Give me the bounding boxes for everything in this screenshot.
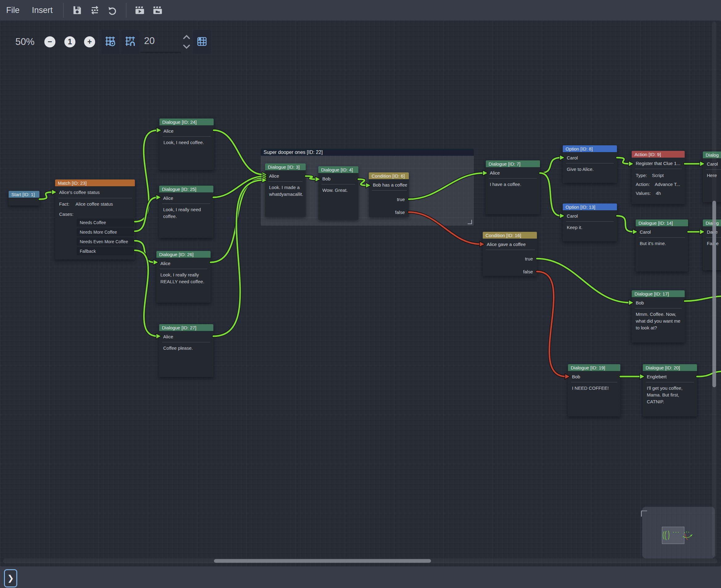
- field-value: Script: [652, 171, 664, 180]
- action-field-row: Values:4h: [632, 189, 685, 198]
- speaker-label: Carol: [639, 226, 685, 238]
- node-dialogue-7[interactable]: Dialogue [ID: 7]AliceI have a coffee.: [486, 161, 540, 214]
- dialogue-text: Give to Alice.: [563, 164, 617, 173]
- field-key: Type:: [636, 171, 647, 180]
- node-title: Dialogue [ID: 4]: [318, 166, 358, 173]
- node-dialogue-4[interactable]: Dialogue [ID: 4]BobWow. Great.: [318, 166, 358, 220]
- dialogue-text: I'll get you coffee, Mama. But first, CA…: [643, 382, 697, 405]
- match-case-1[interactable]: Needs Coffee: [77, 218, 134, 227]
- save-icon[interactable]: [70, 3, 84, 17]
- minimap-toggle-button[interactable]: [193, 30, 211, 54]
- node-action-9[interactable]: Action [ID: 9]Register that Clue 1...Typ…: [632, 151, 685, 204]
- edge-4: [135, 241, 154, 262]
- vertical-scrollbar[interactable]: [712, 22, 716, 557]
- node-title: Dialogue [ID: 26]: [156, 251, 211, 258]
- test-dialogue-icon[interactable]: [133, 3, 147, 17]
- false-output-label: false: [369, 208, 409, 217]
- match-case-4[interactable]: Fallback: [77, 247, 134, 255]
- edge-16: [617, 158, 630, 164]
- graph-toolbar: 50% − 1 + 20: [0, 20, 721, 54]
- zoom-reset-button[interactable]: 1: [64, 36, 76, 47]
- edge-20: [537, 258, 630, 302]
- spin-down-button[interactable]: [183, 44, 191, 50]
- expand-panel-button[interactable]: ❯: [4, 569, 17, 587]
- edge-24: [697, 371, 721, 377]
- edge-1: [39, 192, 53, 199]
- dialogue-text: Look, I really really REALLY need coffee…: [156, 269, 211, 285]
- node-dialogue-25[interactable]: Dialogue [ID: 25]AliceLook, I really nee…: [159, 186, 213, 238]
- action-field-row: Type:Script: [632, 171, 685, 180]
- dialogue-text: Mmm. Coffee. Now, what did you want me t…: [632, 309, 685, 331]
- node-dialogue-17[interactable]: Dialogue [ID: 17]BobMmm. Coffee. Now, wh…: [632, 290, 685, 343]
- node-title: Dialogue [ID: 20]: [643, 364, 697, 371]
- condition-label: Alice gave a coffee: [486, 238, 535, 250]
- node-title: Dialogue [ID: 24]: [160, 119, 214, 125]
- open-dialogue-folder-icon[interactable]: [151, 3, 165, 17]
- speaker-label: Alice: [160, 258, 208, 269]
- spin-up-button[interactable]: [183, 35, 191, 41]
- match-case-2[interactable]: Needs More Coffee: [77, 228, 134, 236]
- vertical-scrollbar-thumb[interactable]: [713, 201, 716, 387]
- edge-8: [211, 178, 263, 262]
- edge-1: [39, 192, 53, 199]
- grid-toggle-button[interactable]: [101, 30, 119, 54]
- node-dialogue-20[interactable]: Dialogue [ID: 20]EnglebertI'll get you c…: [643, 364, 697, 417]
- node-dialogue-19[interactable]: Dialogue [ID: 19]BobI NEED COFFEE!: [568, 364, 620, 417]
- snap-toggle-button[interactable]: [121, 30, 139, 54]
- graph-canvas[interactable]: 50% − 1 + 20: [0, 20, 721, 566]
- edge-2: [135, 130, 157, 222]
- horizontal-scrollbar-thumb[interactable]: [214, 559, 431, 563]
- menu-insert[interactable]: Insert: [26, 0, 59, 20]
- edge-21: [537, 272, 566, 377]
- grid-toggle-icon: [105, 36, 116, 48]
- minimap-content: [642, 507, 715, 559]
- node-title: Dialogue [ID: 19]: [568, 364, 620, 371]
- zoom-out-button[interactable]: −: [44, 36, 56, 47]
- match-case-3[interactable]: Needs Even More Coffee: [77, 238, 134, 246]
- node-match-23[interactable]: Match [ID: 23]Alice's coffee statusFact:…: [55, 180, 135, 259]
- dialogue-text: But it's mine.: [636, 238, 688, 247]
- edges-layer: [0, 20, 721, 566]
- node-start-1[interactable]: Start [ID: 1]: [8, 191, 39, 206]
- edge-8: [211, 178, 263, 262]
- edge-18: [617, 216, 634, 232]
- minimap[interactable]: [642, 507, 715, 559]
- field-key: Action:: [636, 180, 650, 189]
- speaker-label: Bob: [635, 297, 682, 309]
- menubar-separator: [126, 3, 127, 18]
- node-title: Action [ID: 9]: [632, 151, 685, 158]
- node-title: Dialogue [ID: 14]: [636, 219, 688, 226]
- dialogue-text: Look, I need coffee.: [160, 137, 214, 146]
- node-dialogue-24[interactable]: Dialogue [ID: 24]AliceLook, I need coffe…: [160, 119, 214, 170]
- node-condition-16[interactable]: Condition [ID: 16]Alice gave a coffeetru…: [483, 232, 537, 276]
- edge-20: [537, 258, 630, 302]
- menu-file[interactable]: File: [0, 0, 26, 20]
- node-title: Dialogue [ID: 3]: [265, 164, 306, 170]
- group-resize-handle[interactable]: [468, 220, 472, 224]
- node-title: Dialogue [ID: 17]: [632, 290, 685, 297]
- snap-distance-spinbox[interactable]: 20: [141, 30, 181, 54]
- edge-24: [697, 371, 721, 377]
- node-dialogue-14[interactable]: Dialogue [ID: 14]CarolBut it's mine.: [636, 219, 688, 272]
- node-dialogue-27[interactable]: Dialogue [ID: 27]AliceCoffee please.: [159, 324, 213, 377]
- node-title: Condition [ID: 6]: [369, 172, 409, 179]
- node-dialogue-26[interactable]: Dialogue [ID: 26]AliceLook, I really rea…: [156, 251, 211, 302]
- speaker-label: Alice: [162, 331, 210, 342]
- horizontal-scrollbar[interactable]: [3, 559, 717, 563]
- node-option-13[interactable]: Option [ID: 13]CarolKeep it.: [563, 204, 617, 241]
- true-output-label: true: [369, 195, 409, 204]
- zoom-in-button[interactable]: +: [84, 36, 95, 47]
- translate-icon[interactable]: [88, 3, 102, 17]
- dialogue-text: I have a coffee.: [486, 178, 540, 188]
- edge-6: [214, 130, 263, 174]
- dialogue-graph-editor: File Insert 50% − 1: [0, 0, 721, 588]
- dialogue-text: Coffee please.: [159, 342, 213, 352]
- node-dialogue-3[interactable]: Dialogue [ID: 3]AliceLook. I made a what…: [265, 164, 306, 217]
- undo-icon[interactable]: [106, 3, 120, 17]
- node-option-8[interactable]: Option [ID: 8]CarolGive to Alice.: [563, 145, 617, 183]
- edge-3: [135, 197, 157, 231]
- node-condition-6[interactable]: Condition [ID: 6]Bob has a coffeetruefal…: [369, 172, 409, 217]
- edge-21: [537, 272, 566, 377]
- fact-value: Alice coffee status: [76, 198, 113, 209]
- match-input-label: Alice's coffee status: [58, 186, 132, 198]
